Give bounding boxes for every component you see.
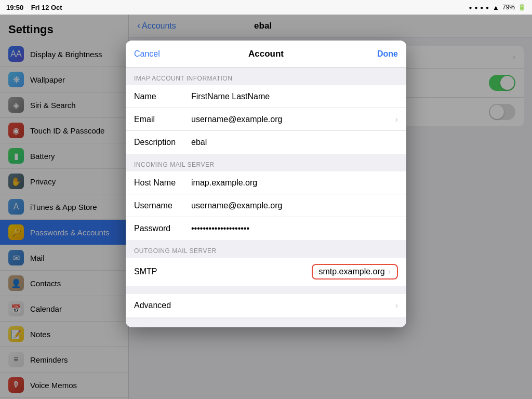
password-value: •••••••••••••••••••• (191, 224, 398, 233)
hostname-value: imap.example.org (191, 178, 398, 188)
modal-row-hostname: Host Name imap.example.org (126, 171, 406, 194)
username-value: username@example.org (191, 201, 398, 210)
outgoing-section: SMTP smtp.example.org › (126, 258, 406, 286)
battery-icon: 🔋 (518, 4, 526, 11)
modal-body: IMAP ACCOUNT INFORMATION Name FirstName … (126, 68, 406, 327)
modal-row-advanced[interactable]: Advanced › (126, 294, 406, 317)
advanced-label: Advanced (134, 301, 395, 310)
modal-bottom-spacer (126, 317, 406, 327)
status-time: 19:50 (6, 4, 23, 11)
battery-indicator: 79% (502, 4, 515, 11)
modal-cancel-button[interactable]: Cancel (134, 49, 222, 59)
incoming-section: Host Name imap.example.org Username user… (126, 171, 406, 240)
email-value: username@example.org (191, 115, 391, 124)
password-label: Password (134, 224, 191, 233)
status-indicators: ● ● ● ● ▲ 79% 🔋 (469, 4, 526, 11)
modal-row-name: Name FirstName LastName (126, 85, 406, 108)
modal-row-smtp[interactable]: SMTP smtp.example.org › (126, 258, 406, 286)
modal-overlay: Cancel Account Done IMAP ACCOUNT INFORMA… (0, 15, 532, 399)
imap-section-header: IMAP ACCOUNT INFORMATION (126, 68, 406, 85)
modal-row-password[interactable]: Password •••••••••••••••••••• (126, 217, 406, 240)
description-label: Description (134, 138, 191, 147)
wifi-icon: ▲ (493, 4, 499, 11)
status-time-date: 19:50 Fri 12 Oct (6, 4, 469, 11)
email-label: Email (134, 115, 191, 124)
advanced-chevron-icon: › (395, 301, 398, 310)
name-label: Name (134, 92, 191, 101)
smtp-value-badge[interactable]: smtp.example.org › (312, 264, 398, 280)
name-value: FirstName LastName (191, 92, 398, 101)
modal-header: Cancel Account Done (126, 41, 406, 68)
incoming-section-header: INCOMING MAIL SERVER (126, 154, 406, 171)
signal-icon: ● ● ● ● (469, 5, 490, 10)
email-chevron-icon: › (395, 115, 398, 124)
outgoing-section-header: OUTGOING MAIL SERVER (126, 240, 406, 258)
account-modal: Cancel Account Done IMAP ACCOUNT INFORMA… (126, 41, 406, 327)
modal-done-button[interactable]: Done (310, 49, 398, 59)
smtp-value: smtp.example.org (319, 267, 385, 276)
smtp-label: SMTP (134, 267, 191, 276)
modal-row-email[interactable]: Email username@example.org › (126, 108, 406, 131)
status-bar: 19:50 Fri 12 Oct ● ● ● ● ▲ 79% 🔋 (0, 0, 532, 15)
modal-row-description: Description ebal (126, 131, 406, 154)
status-date: Fri 12 Oct (31, 4, 62, 11)
hostname-label: Host Name (134, 178, 191, 188)
description-value: ebal (191, 138, 398, 147)
username-label: Username (134, 201, 191, 210)
modal-row-username: Username username@example.org (126, 194, 406, 217)
modal-title: Account (222, 49, 310, 59)
smtp-chevron-icon: › (388, 267, 391, 276)
imap-section: Name FirstName LastName Email username@e… (126, 85, 406, 154)
